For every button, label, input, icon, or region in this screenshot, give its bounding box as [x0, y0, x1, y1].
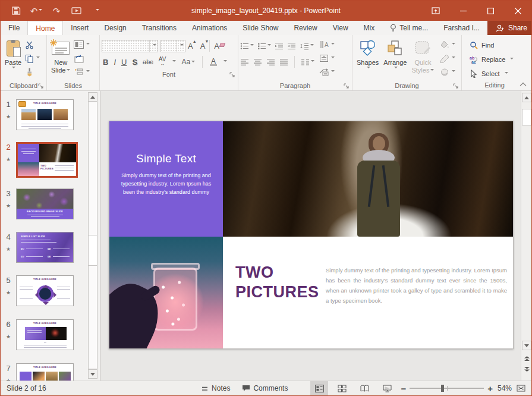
slide-layout-button[interactable]: [73, 39, 91, 51]
align-center-button[interactable]: [253, 58, 262, 66]
select-button[interactable]: Select: [468, 68, 525, 80]
bold-button[interactable]: B: [103, 58, 108, 67]
redo-icon[interactable]: ↷: [51, 5, 62, 17]
scroll-down-icon[interactable]: [522, 341, 531, 350]
thumbnail-scroll-up-icon[interactable]: [88, 92, 97, 102]
ribbon-display-options-icon[interactable]: [422, 1, 449, 21]
clipboard-dialog-launcher-icon[interactable]: [38, 83, 43, 89]
zoom-in-button[interactable]: +: [487, 384, 493, 393]
tab-design[interactable]: Design: [96, 21, 134, 35]
convert-to-smartart-button[interactable]: [318, 66, 336, 78]
columns-button[interactable]: [301, 58, 314, 66]
tab-transitions[interactable]: Transitions: [134, 21, 184, 35]
find-button[interactable]: Find: [468, 39, 525, 51]
replace-button[interactable]: abac Replace: [468, 54, 525, 65]
decrease-indent-button[interactable]: [275, 42, 284, 50]
customize-qat-icon[interactable]: [91, 5, 103, 17]
justify-button[interactable]: [279, 58, 288, 66]
collapse-ribbon-icon[interactable]: [520, 82, 527, 87]
zoom-slider-thumb[interactable]: [441, 385, 444, 392]
scroll-thumb[interactable]: [522, 109, 531, 125]
shape-fill-button[interactable]: [439, 39, 457, 51]
reset-slide-button[interactable]: [73, 52, 91, 64]
slide-sorter-view-button[interactable]: [333, 381, 351, 396]
tab-file[interactable]: File: [1, 21, 27, 35]
line-spacing-button[interactable]: [300, 42, 314, 50]
align-right-button[interactable]: [266, 58, 275, 66]
slide-purple-text-panel[interactable]: Simple Text Simply dummy text of the pri…: [109, 121, 223, 237]
shrink-font-button[interactable]: A▼: [200, 42, 206, 51]
account-user-name[interactable]: Farshad I...: [436, 21, 487, 35]
scroll-up-icon[interactable]: [522, 93, 531, 102]
shape-effects-button[interactable]: [439, 66, 457, 78]
tab-home[interactable]: Home: [27, 21, 63, 35]
align-left-button[interactable]: [240, 58, 249, 66]
slide-show-view-button[interactable]: [378, 381, 396, 396]
comments-button[interactable]: Comments: [238, 381, 291, 396]
minimize-button[interactable]: [449, 1, 477, 21]
text-direction-button[interactable]: A: [318, 39, 336, 51]
thumbnail-slide-4[interactable]: 4★ SIMPLE LIST SLIDE 01/ 02/ 03/ 04/: [1, 232, 74, 263]
undo-icon[interactable]: ↶: [30, 5, 42, 17]
fit-to-window-button[interactable]: [517, 384, 527, 392]
slide-indicator[interactable]: Slide 2 of 16: [1, 384, 46, 392]
normal-view-button[interactable]: [310, 381, 328, 396]
tab-view[interactable]: View: [325, 21, 356, 35]
arrange-button[interactable]: Arrange: [381, 37, 409, 70]
zoom-slider[interactable]: [410, 388, 484, 389]
tab-review[interactable]: Review: [286, 21, 325, 35]
thumbnail-scroll-down-icon[interactable]: [88, 369, 97, 379]
start-from-beginning-icon[interactable]: [71, 5, 83, 17]
thumbnail-slide-6[interactable]: 6★ TITLE GOES HERE: [1, 319, 74, 350]
save-icon[interactable]: [10, 5, 22, 17]
thumbnail-slide-5[interactable]: 5★ TITLE GOES HERE: [1, 275, 74, 306]
new-slide-button[interactable]: New Slide: [49, 37, 73, 74]
thumbnail-slide-3[interactable]: 3★ BACKGROUND IMAGE SLIDE: [1, 188, 74, 219]
paragraph-dialog-launcher-icon[interactable]: [344, 83, 349, 89]
numbering-button[interactable]: [257, 42, 271, 50]
notes-button[interactable]: Notes: [197, 381, 234, 396]
tab-slide-show[interactable]: Slide Show: [235, 21, 286, 35]
thumbnail-scroll-thumb[interactable]: [88, 235, 97, 266]
zoom-out-button[interactable]: −: [401, 384, 406, 393]
zoom-level[interactable]: 54%: [498, 384, 512, 392]
slide-photo-man-in-canyon[interactable]: [223, 121, 514, 237]
shape-outline-button[interactable]: [439, 52, 457, 64]
reading-view-button[interactable]: [355, 381, 373, 396]
text-shadow-button[interactable]: S: [132, 58, 137, 67]
paste-button[interactable]: Paste: [2, 37, 24, 70]
font-name-combo[interactable]: [102, 40, 158, 52]
drawing-dialog-launcher-icon[interactable]: [453, 83, 458, 89]
slide-photo-jar-of-lights[interactable]: [109, 237, 223, 349]
tell-me-box[interactable]: Tell me...: [382, 21, 436, 35]
close-button[interactable]: [504, 1, 531, 21]
next-slide-icon[interactable]: [522, 364, 531, 374]
thumbnail-slide-2-selected[interactable]: 2★ TWO PICTURES: [1, 142, 78, 178]
previous-slide-icon[interactable]: [522, 354, 531, 363]
tab-mix[interactable]: Mix: [356, 21, 383, 35]
copy-button[interactable]: [24, 52, 41, 64]
format-painter-button[interactable]: [24, 66, 41, 78]
font-size-combo[interactable]: [160, 40, 185, 52]
cut-button[interactable]: [24, 39, 41, 51]
italic-button[interactable]: I: [114, 58, 116, 67]
tab-insert[interactable]: Insert: [63, 21, 96, 35]
font-dialog-launcher-icon[interactable]: [229, 72, 235, 77]
current-slide[interactable]: Simple Text Simply dummy text of the pri…: [109, 121, 514, 349]
clear-formatting-button[interactable]: A: [214, 42, 219, 51]
slide-text-block[interactable]: TWO PICTURES Simply dummy text of the pr…: [223, 237, 514, 349]
bullets-button[interactable]: [240, 42, 254, 50]
strikethrough-button[interactable]: abc: [143, 58, 153, 65]
align-text-button[interactable]: [318, 52, 336, 64]
shapes-button[interactable]: Shapes: [354, 37, 381, 70]
character-spacing-button[interactable]: AV↔: [159, 57, 166, 67]
thumbnail-slide-1[interactable]: 1★ TITLE GOES HERE: [1, 99, 74, 130]
section-button[interactable]: [73, 66, 91, 78]
share-button[interactable]: Share: [487, 21, 532, 35]
grow-font-button[interactable]: A▲: [188, 42, 193, 51]
underline-button[interactable]: U: [121, 58, 127, 67]
main-vertical-scrollbar[interactable]: [521, 91, 531, 381]
font-color-button[interactable]: A: [210, 58, 217, 66]
tab-animations[interactable]: Animations: [184, 21, 235, 35]
quick-styles-button[interactable]: Quick Styles: [409, 37, 436, 74]
